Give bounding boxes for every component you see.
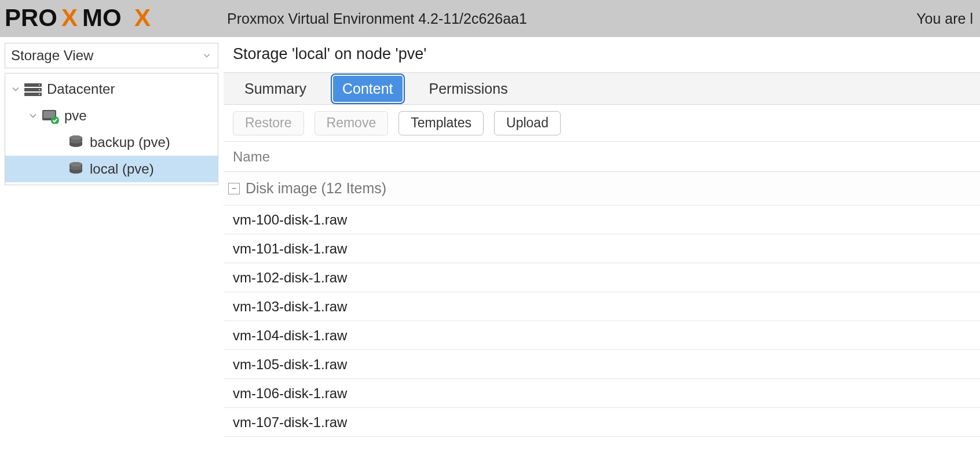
remove-button[interactable]: Remove xyxy=(315,111,389,135)
server-icon xyxy=(24,81,42,97)
table-row[interactable]: vm-104-disk-1.raw xyxy=(224,321,980,350)
group-label: Disk image (12 Items) xyxy=(246,180,386,197)
panel-title: Storage 'local' on node 'pve' xyxy=(224,37,980,72)
view-selector-label: Storage View xyxy=(11,47,93,64)
tab-summary[interactable]: Summary xyxy=(235,76,316,102)
table-row[interactable]: vm-103-disk-1.raw xyxy=(224,292,980,321)
chevron-down-icon xyxy=(10,83,21,95)
table-row[interactable]: vm-106-disk-1.raw xyxy=(224,379,980,408)
tree-item-node-pve[interactable]: pve xyxy=(5,102,218,129)
database-icon xyxy=(67,161,85,177)
svg-text:MO: MO xyxy=(82,5,122,31)
templates-button[interactable]: Templates xyxy=(398,111,484,135)
table-row[interactable]: vm-101-disk-1.raw xyxy=(224,234,980,263)
table-row[interactable]: vm-100-disk-1.raw xyxy=(224,205,980,234)
resource-tree: Datacenter pve xyxy=(5,73,218,185)
login-status: You are l xyxy=(916,10,973,27)
content-panel: Storage 'local' on node 'pve' Summary Co… xyxy=(224,37,980,456)
tree-item-datacenter[interactable]: Datacenter xyxy=(5,76,218,102)
toolbar: Restore Remove Templates Upload xyxy=(224,105,980,142)
tab-bar: Summary Content Permissions xyxy=(224,72,980,105)
header-bar: PRO X MO X Proxmox Virtual Environment 4… xyxy=(0,0,980,37)
tab-content[interactable]: Content xyxy=(333,76,403,102)
group-row-disk-image[interactable]: − Disk image (12 Items) xyxy=(224,172,980,205)
svg-point-15 xyxy=(70,135,82,140)
chevron-down-icon xyxy=(202,50,212,61)
view-selector[interactable]: Storage View xyxy=(5,43,218,68)
node-online-icon xyxy=(41,108,60,124)
tree-item-storage-backup[interactable]: backup (pve) xyxy=(5,129,218,156)
tree-item-label: Datacenter xyxy=(47,81,115,97)
table-row[interactable]: vm-102-disk-1.raw xyxy=(224,263,980,292)
svg-point-18 xyxy=(70,162,82,167)
tree-item-label: backup (pve) xyxy=(90,134,170,150)
table-row[interactable]: vm-105-disk-1.raw xyxy=(224,350,980,379)
svg-point-9 xyxy=(39,94,40,95)
database-icon xyxy=(67,134,85,150)
tab-permissions[interactable]: Permissions xyxy=(420,76,517,102)
svg-text:PRO: PRO xyxy=(5,5,57,31)
proxmox-logo[interactable]: PRO X MO X xyxy=(5,5,214,32)
svg-text:X: X xyxy=(134,5,151,31)
upload-button[interactable]: Upload xyxy=(494,111,561,135)
chevron-down-icon xyxy=(27,110,39,122)
svg-text:X: X xyxy=(61,5,78,31)
restore-button[interactable]: Restore xyxy=(233,111,304,135)
sidebar: Storage View xyxy=(0,37,224,456)
tree-item-label: local (pve) xyxy=(90,161,154,177)
tree-item-label: pve xyxy=(64,108,87,124)
grid-body: vm-100-disk-1.raw vm-101-disk-1.raw vm-1… xyxy=(224,205,980,437)
table-row[interactable]: vm-107-disk-1.raw xyxy=(224,408,980,437)
svg-point-7 xyxy=(39,84,40,86)
header-title: Proxmox Virtual Environment 4.2-11/2c626… xyxy=(227,10,527,27)
svg-point-8 xyxy=(39,89,40,90)
collapse-icon[interactable]: − xyxy=(228,183,240,194)
tree-item-storage-local[interactable]: local (pve) xyxy=(5,156,218,182)
column-header-name[interactable]: Name xyxy=(224,142,980,172)
